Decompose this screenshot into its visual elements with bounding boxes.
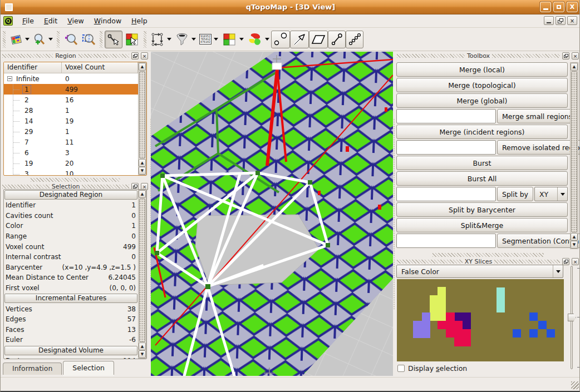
section-incremental-features[interactable]: Incremental Features [4, 294, 137, 303]
slider-handle[interactable] [568, 314, 576, 321]
menu-window[interactable]: Window [89, 15, 126, 27]
mdi-restore-button[interactable] [556, 16, 566, 25]
slice-slider[interactable] [566, 265, 580, 371]
segmentation-contrast-button[interactable]: Segmentation (Contrast) [497, 234, 580, 248]
split-merge-button[interactable]: Split&Merge [396, 218, 568, 232]
section-designated-volume[interactable]: Designated Volume [4, 346, 137, 355]
merge-local-button[interactable]: Merge (local) [396, 62, 568, 77]
table-row[interactable]: 6 3 [4, 147, 138, 158]
close-panel-button[interactable]: × [141, 52, 148, 59]
merge-topological-button[interactable]: Merge (topological) [396, 78, 568, 92]
section-designated-region[interactable]: Designated Region [4, 190, 137, 200]
merge-small-regions-button[interactable]: Merge small regions [497, 109, 577, 123]
select-tool-button[interactable] [105, 31, 122, 48]
selection-scrollbar[interactable]: ▲ ▲ ▼ [138, 190, 146, 359]
segmentation-input[interactable] [396, 234, 496, 248]
mdi-minimize-button[interactable] [544, 16, 554, 25]
menu-file[interactable]: File [17, 15, 39, 27]
region-table-scrollbar[interactable]: ▲ ▲ ▼ [138, 62, 146, 175]
tab-selection[interactable]: Selection [63, 361, 114, 375]
float-panel-button[interactable] [562, 52, 569, 59]
display-selection-checkbox[interactable] [397, 365, 405, 372]
scrollbar-thumb[interactable] [139, 71, 145, 158]
table-row[interactable]: 19 20 [4, 158, 138, 168]
show-darts-button[interactable] [346, 31, 363, 48]
scrollbar-thumb[interactable] [139, 199, 145, 342]
scroll-down-icon[interactable]: ▼ [571, 241, 578, 249]
dock-drag-texture[interactable] [492, 54, 560, 58]
table-row[interactable]: 28 1 [4, 105, 138, 116]
scroll-up-icon[interactable]: ▲ [139, 190, 146, 198]
remove-isolated-regions-input[interactable] [396, 140, 496, 155]
show-pointels-button[interactable] [290, 31, 309, 48]
zoom-fit-button[interactable] [80, 31, 97, 48]
column-header-voxel-count[interactable]: Voxel Count [62, 62, 138, 73]
collapse-icon[interactable] [7, 76, 12, 81]
toolbox-scrollbar[interactable]: ▲ ▲ ▼ [570, 62, 578, 249]
open-image-button[interactable] [8, 31, 31, 48]
dock-splitter[interactable] [1, 178, 150, 182]
burst-all-button[interactable]: Burst All [396, 171, 568, 186]
table-row-selected[interactable]: 1 499 [4, 84, 138, 95]
dock-drag-texture[interactable] [78, 54, 129, 58]
remove-isolated-regions-button[interactable]: Remove isolated regions [497, 140, 580, 155]
table-row[interactable]: 3 10 [4, 168, 138, 175]
dock-drag-texture[interactable] [494, 260, 560, 264]
dock-drag-texture[interactable] [2, 185, 50, 188]
3d-viewport[interactable] [151, 52, 393, 376]
merge-global-button[interactable]: Merge (global) [396, 93, 568, 108]
scroll-up-icon[interactable]: ▲ [571, 63, 578, 71]
voxel-matrix-button[interactable]: 918352 765412 876102 [198, 31, 220, 48]
scroll-down-icon[interactable]: ▼ [139, 167, 146, 175]
close-button[interactable]: X [567, 2, 578, 12]
scroll-up-icon[interactable]: ▲ [571, 233, 578, 241]
float-panel-button[interactable] [131, 52, 139, 59]
split-by-button[interactable]: Split by [497, 187, 533, 201]
filter-button[interactable] [173, 31, 198, 48]
table-row[interactable]: 29 1 [4, 126, 138, 137]
table-row-root[interactable]: Infinite 0 [4, 73, 138, 84]
show-edges-button[interactable] [328, 31, 346, 48]
scroll-up-icon[interactable]: ▲ [139, 159, 146, 167]
color-mode-combobox[interactable]: False Color [396, 265, 563, 278]
scroll-up-icon[interactable]: ▲ [139, 63, 146, 71]
split-by-input[interactable] [396, 187, 496, 201]
menu-edit[interactable]: Edit [39, 15, 62, 27]
voxel-select-button[interactable] [122, 31, 141, 48]
dock-drag-texture[interactable] [82, 185, 129, 188]
toolbar-grip[interactable] [3, 31, 6, 48]
split-by-barycenter-button[interactable]: Split by Barycenter [396, 202, 568, 217]
table-row[interactable]: 14 19 [4, 116, 138, 126]
merge-incident-regions-button[interactable]: Merge (incident regions) [396, 125, 568, 139]
resize-grip[interactable] [571, 381, 579, 389]
maximize-button[interactable] [553, 2, 564, 12]
scrollbar-thumb[interactable] [571, 71, 577, 232]
table-row[interactable]: 2 16 [4, 95, 138, 105]
menu-view[interactable]: View [62, 15, 89, 27]
show-vertices-button[interactable] [271, 31, 290, 48]
arrow-ne-icon [292, 32, 307, 47]
minimize-button[interactable] [540, 2, 551, 12]
close-panel-button[interactable]: × [572, 52, 579, 59]
voxel-view-button[interactable] [220, 31, 245, 48]
scroll-up-icon[interactable]: ▲ [139, 343, 146, 350]
zoom-in-region-button[interactable] [62, 31, 80, 48]
dock-splitter[interactable] [395, 253, 580, 257]
dock-drag-texture[interactable] [397, 260, 463, 264]
move-mode-button[interactable] [149, 31, 173, 48]
region-view-button[interactable] [245, 31, 271, 48]
show-faces-button[interactable] [309, 31, 328, 48]
zoom-button[interactable] [31, 31, 55, 48]
table-row[interactable]: 7 11 [4, 137, 138, 147]
merge-small-regions-input[interactable] [396, 109, 496, 123]
menu-help[interactable]: Help [126, 15, 153, 27]
dock-drag-texture[interactable] [2, 54, 53, 58]
burst-button[interactable]: Burst [396, 156, 568, 170]
tab-information[interactable]: Information [3, 363, 62, 375]
column-header-identifier[interactable]: Identifier [4, 62, 62, 73]
slice-image[interactable] [397, 279, 564, 361]
split-axis-combobox[interactable]: XY [534, 187, 568, 201]
scroll-down-icon[interactable]: ▼ [139, 350, 146, 358]
dock-drag-texture[interactable] [397, 54, 465, 58]
mdi-close-button[interactable]: × [567, 16, 577, 25]
